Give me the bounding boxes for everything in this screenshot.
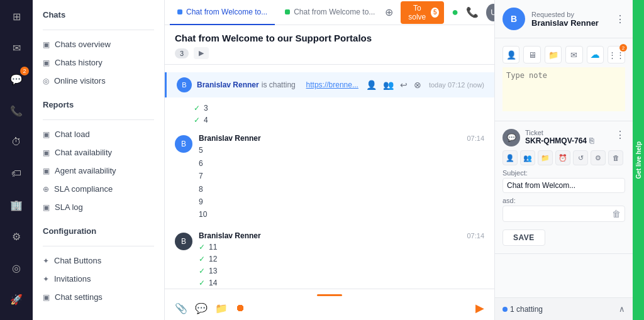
send-button[interactable]: ▶ bbox=[475, 301, 484, 315]
asd-value[interactable]: 🗑 bbox=[502, 206, 625, 222]
sidebar-item-settings[interactable]: ⚙ bbox=[6, 226, 26, 246]
note-salesforce-icon[interactable]: ☁ bbox=[587, 46, 604, 63]
ticket-folder-icon[interactable]: 📁 bbox=[538, 150, 553, 165]
sidebar-item-chat-load[interactable]: ▣ Chat load bbox=[33, 125, 164, 143]
ticket-settings-icon[interactable]: ⚙ bbox=[591, 150, 606, 165]
chat-messages: B Branislav Renner is chatting https://b… bbox=[165, 65, 494, 289]
sidebar-item-online-visitors[interactable]: ◎ Online visitors bbox=[33, 72, 164, 90]
sla-log-label: SLA log bbox=[55, 202, 83, 212]
sidebar-item-sla-compliance[interactable]: ⊕ SLA compliance bbox=[33, 180, 164, 198]
check-item: ✓ 13 bbox=[199, 265, 484, 277]
sidebar-item-agent-availability[interactable]: ▣ Agent availability bbox=[33, 162, 164, 180]
requester-details: Requested by Branislav Renner bbox=[531, 11, 599, 28]
chats-history-icon: ▣ bbox=[43, 58, 50, 67]
check-item: ✓ 12 bbox=[199, 253, 484, 265]
asd-label: asd: bbox=[502, 197, 625, 204]
config-section-title: Configuration bbox=[33, 216, 164, 241]
expand-icon[interactable]: ∧ bbox=[619, 304, 625, 314]
ticket-refresh-icon[interactable]: ↺ bbox=[573, 150, 588, 165]
chat-header-actions: 3 ▶ bbox=[175, 47, 484, 59]
visitor-add-icon[interactable]: 👥 bbox=[383, 80, 394, 90]
phone-toolbar-icon[interactable]: 📞 bbox=[466, 6, 479, 18]
record-icon[interactable]: ⏺ bbox=[235, 302, 245, 314]
note-badge-icon[interactable]: ⋮⋮ 2 bbox=[608, 46, 625, 63]
tab-1[interactable]: Chat from Welcome to... bbox=[277, 0, 382, 25]
msg-line: 6 bbox=[199, 157, 484, 170]
typing-indicator bbox=[317, 294, 342, 296]
sidebar-item-sla-log[interactable]: ▣ SLA log bbox=[33, 198, 164, 216]
visitor-name: Branislav Renner bbox=[197, 80, 259, 89]
right-panel: B Requested by Branislav Renner ⋮ 👤 🖥 📁 … bbox=[494, 0, 633, 320]
note-monitor-icon[interactable]: 🖥 bbox=[523, 46, 540, 63]
sidebar-item-chats-overview[interactable]: ▣ Chats overview bbox=[33, 35, 164, 53]
requester-name: Branislav Renner bbox=[531, 18, 599, 28]
sidebar-item-email[interactable]: ✉ bbox=[6, 38, 26, 58]
visitor-link[interactable]: https://brenne... bbox=[306, 80, 358, 89]
sidebar-item-chat-availability[interactable]: ▣ Chat availability bbox=[33, 143, 164, 162]
save-button[interactable]: SAVE bbox=[502, 229, 545, 246]
note-section: 👤 🖥 📁 ✉ ☁ ⋮⋮ 2 bbox=[495, 38, 633, 121]
chat-area: Chat from Welcome to our Support Portalo… bbox=[165, 25, 494, 320]
sidebar-item-phone[interactable]: 📞 bbox=[6, 101, 26, 121]
requester-more-icon[interactable]: ⋮ bbox=[615, 13, 625, 25]
check-item: ✓ 4 bbox=[194, 114, 484, 126]
visitor-info-icon[interactable]: 👤 bbox=[366, 80, 377, 90]
chat-load-label: Chat load bbox=[55, 130, 90, 139]
requester-avatar: B bbox=[502, 8, 525, 30]
sidebar-item-rocket[interactable]: 🚀 bbox=[6, 289, 26, 309]
note-folder-icon[interactable]: 📁 bbox=[545, 46, 562, 63]
sidebar-item-chat-settings[interactable]: ▣ Chat settings bbox=[33, 288, 164, 306]
msg-line: 7 bbox=[199, 170, 484, 182]
collapse-button[interactable]: ▶ bbox=[194, 47, 209, 59]
ticket-more-icon[interactable]: ⋮ bbox=[615, 129, 625, 141]
msg-time-1: 07:14 bbox=[467, 135, 484, 142]
sidebar-item-clock[interactable]: ⏱ bbox=[6, 132, 26, 152]
message-group-checked: B Branislav Renner 07:14 ✓ 11 ✓ 12 bbox=[165, 226, 494, 289]
sidebar-item-invitations[interactable]: ✦ Invitations bbox=[33, 270, 164, 288]
folder-icon[interactable]: 📁 bbox=[215, 302, 228, 314]
sla-compliance-icon: ⊕ bbox=[43, 185, 49, 194]
ticket-delete-icon[interactable]: 🗑 bbox=[608, 150, 623, 165]
ticket-people-icon[interactable]: 👥 bbox=[520, 150, 535, 165]
comment-icon[interactable]: 💬 bbox=[195, 302, 208, 314]
copy-icon[interactable]: ⎘ bbox=[589, 136, 594, 145]
ticket-clock-icon[interactable]: ⏰ bbox=[555, 150, 570, 165]
asd-delete-icon[interactable]: 🗑 bbox=[612, 209, 621, 219]
tab-1-dot bbox=[285, 9, 290, 14]
sidebar: Chats ▣ Chats overview ▣ Chats history ◎… bbox=[33, 0, 165, 320]
sidebar-item-chat-buttons[interactable]: ✦ Chat Buttons bbox=[33, 251, 164, 270]
ticket-user-icon[interactable]: 👤 bbox=[502, 150, 518, 165]
msg-line: 9 bbox=[199, 196, 484, 208]
chat-availability-icon: ▣ bbox=[43, 148, 50, 157]
green-status-icon[interactable]: ● bbox=[452, 6, 458, 19]
note-textarea[interactable] bbox=[502, 67, 625, 111]
sidebar-item-chats-history[interactable]: ▣ Chats history bbox=[33, 53, 164, 72]
subject-field: Subject: Chat from Welcom... bbox=[502, 169, 625, 193]
chatting-dot bbox=[502, 307, 508, 312]
tag-badge[interactable]: 3 bbox=[175, 48, 189, 58]
chats-overview-label: Chats overview bbox=[55, 40, 111, 49]
solve-button[interactable]: To solve 5 bbox=[401, 1, 444, 24]
invitations-icon: ✦ bbox=[43, 275, 49, 284]
visitor-transfer-icon[interactable]: ↩ bbox=[400, 80, 408, 90]
chat-settings-icon: ▣ bbox=[43, 293, 50, 302]
add-icon[interactable]: ⊕ bbox=[385, 6, 393, 18]
sidebar-item-chat[interactable]: 💬 2 bbox=[6, 69, 26, 89]
sidebar-item-building[interactable]: 🏢 bbox=[6, 195, 26, 215]
sidebar-item-grid[interactable]: ⊞ bbox=[6, 6, 26, 26]
chatting-count: 1 chatting bbox=[502, 305, 543, 314]
attach-icon[interactable]: 📎 bbox=[175, 302, 187, 314]
note-user-icon[interactable]: 👤 bbox=[502, 46, 519, 63]
chatting-label: 1 chatting bbox=[510, 305, 543, 314]
note-email-icon[interactable]: ✉ bbox=[565, 46, 582, 63]
sidebar-item-tag[interactable]: 🏷 bbox=[6, 163, 26, 184]
ticket-id: SKR-QHMQV-764 ⎘ bbox=[525, 136, 594, 145]
chats-section-title: Chats bbox=[33, 0, 164, 25]
subject-value: Chat from Welcom... bbox=[502, 178, 625, 193]
chat-buttons-label: Chat Buttons bbox=[54, 256, 101, 265]
visitor-ban-icon[interactable]: ⊗ bbox=[414, 80, 421, 90]
msg-line: 5 bbox=[199, 144, 484, 157]
sidebar-item-circle[interactable]: ◎ bbox=[6, 258, 26, 278]
get-live-help-strip[interactable]: Get live help bbox=[633, 0, 644, 320]
tab-0[interactable]: Chat from Welcome to... bbox=[170, 0, 275, 25]
